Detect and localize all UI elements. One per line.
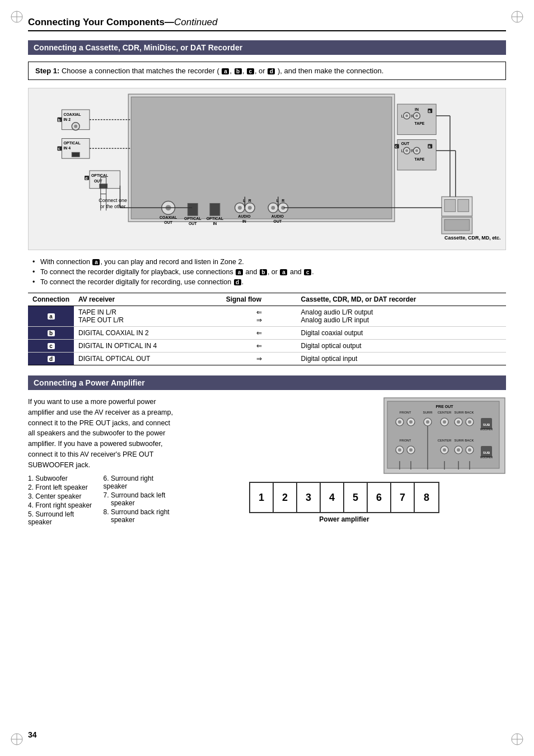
receiver-d: DIGITAL OPTICAL OUT [74, 353, 222, 365]
diagram-cassette: COAXIAL IN 2 b OPTICAL IN 4 c OPTICAL OU… [28, 88, 506, 250]
bullet-section: With connection a, you can play and reco… [28, 258, 506, 286]
svg-text:OPTICAL: OPTICAL [184, 217, 202, 220]
amp-box-4: 4 [321, 483, 344, 512]
col-device: Cassette, CDR, MD, or DAT recorder [297, 293, 506, 306]
svg-text:COAXIAL: COAXIAL [160, 215, 177, 219]
badge-a2-b2: a [280, 269, 287, 275]
svg-point-124 [468, 420, 471, 424]
bullet-1: With connection a, you can play and reco… [32, 258, 506, 266]
badge-cell-a: a [28, 306, 74, 327]
svg-text:IN: IN [415, 107, 419, 111]
svg-text:SURR BACK: SURR BACK [454, 439, 474, 442]
page-header: Connecting Your Components—Continued [28, 17, 506, 31]
step-text2: ), and then make the connection. [278, 67, 383, 75]
table-row-b: b DIGITAL COAXIAL IN 2 ⇐ Digital coaxial… [28, 327, 506, 340]
svg-point-40 [415, 114, 418, 117]
amp-box-1: 1 [250, 483, 274, 512]
svg-text:Connect one: Connect one [99, 198, 127, 203]
svg-point-122 [457, 420, 460, 424]
svg-point-120 [443, 420, 446, 424]
svg-text:FRONT: FRONT [400, 439, 411, 442]
step-label: Step 1: [35, 67, 59, 75]
flow-a: ⇐⇒ [222, 306, 297, 327]
badge-c-step: c [247, 68, 254, 74]
table-row-a: a TAPE IN L/RTAPE OUT L/R ⇐⇒ Analog audi… [28, 306, 506, 327]
power-description: If you want to use a more powerful power… [28, 397, 174, 470]
svg-text:c: c [395, 144, 397, 148]
svg-text:IN 4: IN 4 [63, 146, 71, 150]
badge-a-b1: a [92, 259, 100, 265]
col-av-receiver: AV receiver [74, 293, 222, 306]
svg-point-140 [468, 448, 471, 452]
list-item: 2. Front left speaker [28, 483, 95, 491]
badge-cell-c: c [28, 340, 74, 353]
power-diagram-area: PRE OUT FRONT SURR CENTER SURR BACK SUB … [182, 397, 506, 542]
svg-rect-24 [72, 152, 79, 157]
svg-text:OPTICAL: OPTICAL [91, 173, 109, 177]
svg-text:AUDIO: AUDIO [238, 214, 251, 218]
amp-box-5: 5 [344, 483, 368, 512]
receiver-svg: PRE OUT FRONT SURR CENTER SURR BACK SUB … [383, 397, 506, 475]
svg-text:PRE OUT: PRE OUT [435, 405, 453, 408]
svg-text:OUT: OUT [401, 142, 410, 145]
svg-text:CENTER: CENTER [438, 439, 452, 442]
table-row-d: d DIGITAL OPTICAL OUT ⇒ Digital optical … [28, 353, 506, 365]
svg-text:d: d [85, 176, 87, 180]
svg-text:OUT: OUT [94, 179, 102, 183]
svg-point-18 [74, 125, 77, 128]
corner-mark-tr [510, 10, 524, 24]
section-heading-cassette: Connecting a Cassette, CDR, MiniDisc, or… [28, 40, 506, 55]
connection-table: Connection AV receiver Signal flow Casse… [28, 293, 506, 365]
list-item: 1. Subwoofer [28, 475, 95, 482]
section-heading-power: Connecting a Power Amplifier [28, 375, 506, 390]
amp-label: Power amplifier [182, 515, 506, 523]
speaker-list-1: 1. Subwoofer 2. Front left speaker 3. Ce… [28, 475, 95, 527]
badge-d-b3: d [234, 279, 241, 285]
svg-point-118 [426, 420, 429, 424]
col-signal-flow: Signal flow [222, 293, 297, 306]
bullet-2: To connect the recorder digitally for pl… [32, 268, 506, 276]
svg-text:FRONT: FRONT [400, 411, 411, 414]
receiver-c: DIGITAL IN OPTICAL IN 4 [74, 340, 222, 353]
svg-text:OUT: OUT [164, 220, 172, 224]
svg-text:b: b [58, 118, 60, 122]
svg-rect-59 [458, 199, 469, 212]
svg-text:a: a [428, 109, 430, 113]
svg-text:WOOFER: WOOFER [480, 428, 493, 431]
svg-point-78 [248, 206, 252, 210]
flow-b: ⇐ [222, 327, 297, 340]
list-item: 8. Surround back right speaker [104, 508, 174, 524]
device-d: Digital optical input [297, 353, 506, 365]
power-body: If you want to use a more powerful power… [28, 397, 506, 542]
corner-mark-br [510, 732, 524, 746]
svg-point-132 [398, 448, 401, 452]
svg-rect-58 [444, 199, 456, 212]
svg-point-75 [238, 206, 242, 210]
svg-text:OUT: OUT [189, 222, 197, 226]
page-number: 34 [28, 730, 37, 739]
amp-box-8: 8 [415, 483, 438, 512]
table-row-c: c DIGITAL IN OPTICAL IN 4 ⇐ Digital opti… [28, 340, 506, 353]
corner-mark-bl [10, 732, 24, 746]
svg-text:a: a [428, 144, 430, 148]
amplifier-box-container: 1 2 3 4 5 6 7 8 Power amplifier [182, 476, 506, 525]
svg-text:SUB: SUB [483, 451, 490, 454]
svg-text:OPTICAL: OPTICAL [207, 217, 224, 220]
badge-c-b2: c [304, 269, 311, 275]
svg-text:IN: IN [213, 222, 217, 226]
amp-boxes: 1 2 3 4 5 6 7 8 [249, 482, 439, 513]
svg-text:c: c [58, 147, 60, 151]
bullet-3: To connect the recorder digitally for re… [32, 278, 506, 286]
svg-rect-13 [131, 97, 392, 219]
svg-point-138 [457, 448, 460, 452]
svg-rect-67 [188, 203, 198, 215]
device-c: Digital optical output [297, 340, 506, 353]
page-title: Connecting Your Components—Continued [28, 17, 218, 27]
badge-d-step: d [268, 68, 275, 74]
amp-box-3: 3 [297, 483, 321, 512]
badge-a-step: a [222, 68, 229, 74]
svg-point-134 [409, 448, 413, 452]
svg-text:Cassette, CDR, MD, etc.: Cassette, CDR, MD, etc. [444, 235, 500, 241]
power-lists: 1. Subwoofer 2. Front left speaker 3. Ce… [28, 475, 174, 527]
svg-text:R: R [249, 199, 251, 203]
